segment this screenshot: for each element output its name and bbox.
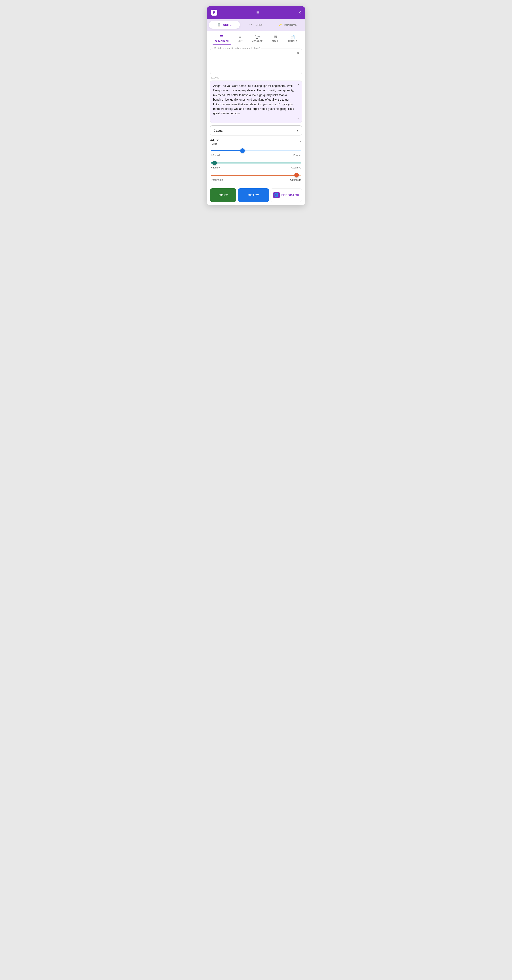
app-window: P ≡ × 📋 WRITE ↩ REPLY ✨ IMPROVE ☰ PARAGR… <box>207 6 305 205</box>
divider-line <box>221 142 297 142</box>
feedback-label: FEEDBACK <box>281 193 299 197</box>
friendly-assertive-thumb[interactable] <box>212 161 217 165</box>
informal-formal-labels: Informal Formal <box>211 154 301 157</box>
app-logo: P <box>211 10 217 16</box>
generated-text-box: × Alright, so you want some link buildin… <box>210 81 302 123</box>
tab-paragraph[interactable]: ☰ PARAGRAPH <box>212 33 231 45</box>
informal-formal-thumb[interactable] <box>240 148 245 153</box>
char-count: 32/1000 <box>210 76 302 81</box>
topic-input-section: What do you want to write a paragraph ab… <box>210 49 302 75</box>
mode-tab-reply-label: REPLY <box>254 23 263 26</box>
adjust-tone-title: AdjustTone <box>210 138 219 145</box>
informal-formal-track <box>211 150 301 151</box>
article-icon: 📄 <box>290 34 295 39</box>
optimistic-label: Optimistic <box>290 178 301 181</box>
tab-list[interactable]: ≡ LIST <box>236 33 245 45</box>
feedback-button[interactable]: 🌐 FEEDBACK <box>271 188 302 202</box>
copy-button[interactable]: COPY <box>210 188 236 202</box>
assertive-label: Assertive <box>291 166 301 169</box>
tone-dropdown-arrow-icon: ▾ <box>297 129 298 132</box>
retry-button[interactable]: RETRY <box>238 188 269 202</box>
tab-article[interactable]: 📄 ARTICLE <box>286 33 300 45</box>
textarea-label: What do you want to write a paragraph ab… <box>213 47 261 49</box>
adjust-tone-header: AdjustTone ∧ <box>210 138 302 145</box>
pessimistic-optimistic-slider-row: Pessimistic Optimistic <box>211 173 301 181</box>
tone-select[interactable]: Casual ▾ <box>210 126 302 135</box>
topic-textarea[interactable] <box>210 49 302 73</box>
reply-icon: ↩ <box>249 23 252 27</box>
scroll-down-indicator: ▾ <box>213 117 299 120</box>
mode-tab-reply[interactable]: ↩ REPLY <box>241 21 271 29</box>
mode-tab-improve[interactable]: ✨ IMPROVE <box>272 21 303 29</box>
adjust-tone-toggle[interactable]: ∧ <box>299 140 302 144</box>
close-button[interactable]: × <box>298 10 301 15</box>
tab-email-label: EMAIL <box>272 40 279 43</box>
title-bar: P ≡ × <box>207 6 305 19</box>
friendly-assertive-labels: Friendly Assertive <box>211 166 301 169</box>
tab-list-label: LIST <box>238 40 243 42</box>
pessimistic-optimistic-thumb[interactable] <box>294 173 299 178</box>
pessimistic-optimistic-fill <box>211 175 296 176</box>
mode-tab-write-label: WRITE <box>222 23 231 26</box>
informal-label: Informal <box>211 154 220 157</box>
informal-formal-fill <box>211 150 243 151</box>
generated-text-content: Alright, so you want some link building … <box>213 84 299 116</box>
tab-article-label: ARTICLE <box>288 40 297 43</box>
formal-label: Formal <box>293 154 301 157</box>
informal-formal-slider-row: Informal Formal <box>211 149 301 157</box>
tab-paragraph-label: PARAGRAPH <box>215 40 228 43</box>
friendly-label: Friendly <box>211 166 220 169</box>
tab-message[interactable]: 💬 MESSAGE <box>250 33 265 45</box>
message-icon: 💬 <box>255 34 260 39</box>
main-content: What do you want to write a paragraph ab… <box>207 45 305 181</box>
paragraph-icon: ☰ <box>220 34 224 39</box>
close-generated-button[interactable]: × <box>297 83 300 86</box>
drag-handle: ≡ <box>257 10 260 15</box>
tone-value: Casual <box>214 129 223 132</box>
mode-tabs-bar: 📋 WRITE ↩ REPLY ✨ IMPROVE <box>207 19 305 31</box>
tone-sliders: Informal Formal Friendly Assertive <box>210 149 302 181</box>
tab-email[interactable]: ✉ EMAIL <box>270 33 281 45</box>
friendly-assertive-slider[interactable] <box>211 161 301 165</box>
informal-formal-slider[interactable] <box>211 149 301 153</box>
tab-message-label: MESSAGE <box>252 40 263 43</box>
action-bar: COPY RETRY 🌐 FEEDBACK <box>207 186 305 205</box>
pessimistic-optimistic-track <box>211 175 301 176</box>
write-icon: 📋 <box>217 23 221 27</box>
pessimistic-optimistic-labels: Pessimistic Optimistic <box>211 178 301 181</box>
mode-tab-write[interactable]: 📋 WRITE <box>209 21 240 29</box>
pessimistic-label: Pessimistic <box>211 178 223 181</box>
email-icon: ✉ <box>273 34 277 39</box>
globe-icon: 🌐 <box>273 192 280 198</box>
list-icon: ≡ <box>239 34 241 39</box>
mode-tab-improve-label: IMPROVE <box>284 23 297 26</box>
improve-icon: ✨ <box>279 23 283 27</box>
pessimistic-optimistic-slider[interactable] <box>211 173 301 177</box>
friendly-assertive-slider-row: Friendly Assertive <box>211 161 301 169</box>
clear-textarea-button[interactable]: × <box>297 51 299 55</box>
friendly-assertive-track <box>211 162 301 164</box>
content-type-tabs: ☰ PARAGRAPH ≡ LIST 💬 MESSAGE ✉ EMAIL 📄 A… <box>207 31 305 45</box>
